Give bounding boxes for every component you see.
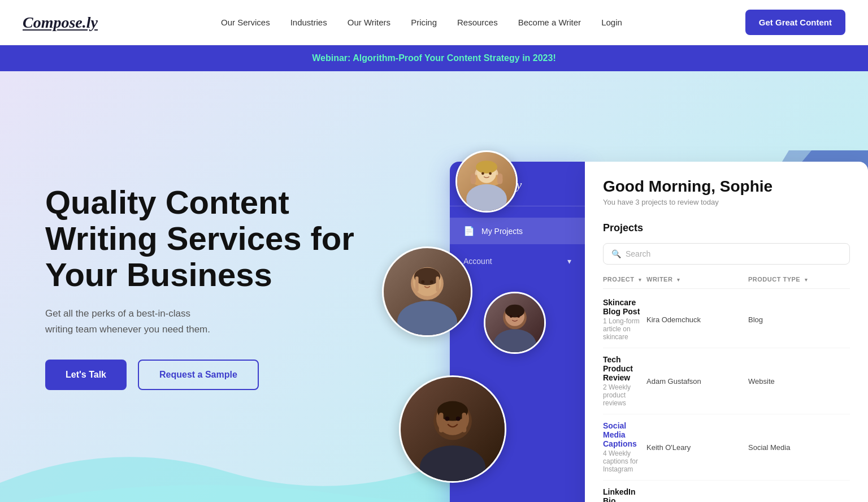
project-name: Skincare Blog Post [603, 298, 646, 316]
sort-icon-writer[interactable]: ▾ [677, 277, 680, 283]
hero-heading: Quality Content Writing Services for You… [45, 184, 362, 292]
nav-link-login[interactable]: Login [601, 18, 622, 27]
sidebar-label-my-projects: My Projects [481, 227, 523, 236]
search-icon: 🔍 [611, 249, 621, 258]
project-name: Social Media Captions [603, 421, 646, 448]
svg-point-27 [420, 445, 485, 483]
svg-point-24 [505, 305, 524, 318]
table-body: Skincare Blog Post 1 Long-form article o… [603, 291, 850, 502]
svg-point-12 [489, 172, 492, 175]
project-name: LinkedIn Bio [603, 487, 646, 502]
nav-link-industries[interactable]: Industries [290, 18, 327, 27]
navbar: Compose.ly Our Services Industries Our W… [0, 0, 868, 45]
col-header-product-type: PRODUCT TYPE ▾ [748, 276, 850, 283]
banner-text: Webinar: Algorithm-Proof Your Content St… [312, 53, 555, 63]
announcement-banner[interactable]: Webinar: Algorithm-Proof Your Content St… [0, 45, 868, 71]
avatar-top-right [455, 150, 518, 213]
projects-title: Projects [603, 222, 850, 234]
document-icon: 📄 [463, 226, 475, 236]
svg-point-10 [476, 161, 497, 174]
logo[interactable]: Compose.ly [23, 14, 98, 32]
table-row[interactable]: Social Media Captions 4 Weekly captions … [603, 414, 850, 481]
product-type: Website [748, 377, 850, 386]
svg-point-17 [421, 280, 424, 284]
svg-point-13 [397, 301, 457, 337]
project-cell: LinkedIn Bio Professional summary for a … [603, 487, 646, 502]
greeting-text: Good Morning, Sophie You have 3 projects… [603, 178, 772, 206]
table-row[interactable]: Tech Product Review 2 Weekly product rev… [603, 348, 850, 414]
avatar-mid-right [484, 292, 546, 354]
svg-rect-6 [471, 174, 476, 184]
nav-link-our-services[interactable]: Our Services [221, 18, 270, 27]
avatar-bottom-center [399, 375, 506, 483]
nav-link-resources[interactable]: Resources [457, 18, 498, 27]
get-great-content-button[interactable]: Get Great Content [745, 10, 845, 35]
svg-point-31 [445, 417, 449, 421]
svg-rect-34 [462, 413, 466, 432]
hero-left-content: Quality Content Writing Services for You… [45, 184, 362, 390]
svg-rect-7 [497, 174, 502, 184]
project-desc: 2 Weekly product reviews [603, 383, 646, 407]
writer-name: Kira Odemchuck [646, 315, 748, 324]
chevron-down-icon: ▾ [567, 257, 571, 266]
search-placeholder: Search [626, 249, 650, 258]
request-sample-button[interactable]: Request a Sample [138, 360, 259, 390]
svg-rect-19 [415, 276, 419, 292]
svg-point-32 [456, 417, 461, 421]
dashboard-main: Good Morning, Sophie You have 3 projects… [585, 162, 868, 502]
avatar-mid-left [382, 246, 472, 337]
col-header-project: PROJECT ▾ [603, 276, 646, 283]
svg-point-11 [481, 172, 484, 175]
product-type: Blog [748, 315, 850, 324]
sidebar-label-account: Account [463, 257, 492, 266]
lets-talk-button[interactable]: Let's Talk [45, 360, 127, 390]
greeting-section: Good Morning, Sophie You have 3 projects… [603, 178, 850, 206]
greeting-subtitle: You have 3 projects to review today [603, 198, 772, 206]
table-row[interactable]: Skincare Blog Post 1 Long-form article o… [603, 291, 850, 348]
svg-point-25 [510, 315, 513, 318]
sort-icon-project[interactable]: ▾ [639, 277, 642, 283]
nav-link-pricing[interactable]: Pricing [411, 18, 437, 27]
project-cell: Tech Product Review 2 Weekly product rev… [603, 355, 646, 407]
sidebar-item-my-projects[interactable]: 📄 My Projects [450, 218, 585, 244]
projects-section: Projects 🔍 Search PROJECT ▾ WRITER ▾ [603, 222, 850, 502]
sort-icon-product-type[interactable]: ▾ [805, 277, 808, 283]
project-cell: Social Media Captions 4 Weekly captions … [603, 421, 646, 473]
writer-name: Adam Gustafson [646, 377, 748, 386]
writer-name: Keith O'Leary [646, 443, 748, 452]
hero-subtext: Get all the perks of a best-in-classwrit… [45, 306, 362, 336]
greeting-title: Good Morning, Sophie [603, 178, 772, 196]
table-row[interactable]: LinkedIn Bio Professional summary for a … [603, 481, 850, 502]
col-header-writer: WRITER ▾ [646, 276, 748, 283]
search-box[interactable]: 🔍 Search [603, 243, 850, 265]
svg-rect-20 [436, 276, 439, 292]
svg-rect-33 [439, 413, 444, 432]
project-desc: 4 Weekly captions for Instagram [603, 449, 646, 473]
nav-link-our-writers[interactable]: Our Writers [348, 18, 390, 27]
svg-point-18 [430, 280, 433, 284]
nav-link-become-writer[interactable]: Become a Writer [518, 18, 581, 27]
product-type: Social Media [748, 443, 850, 452]
hero-buttons: Let's Talk Request a Sample [45, 360, 362, 390]
table-header: PROJECT ▾ WRITER ▾ PRODUCT TYPE ▾ [603, 276, 850, 289]
svg-point-26 [517, 315, 520, 318]
nav-links: Our Services Industries Our Writers Pric… [221, 18, 622, 27]
project-desc: 1 Long-form article on skincare [603, 317, 646, 341]
sidebar-item-account[interactable]: Account ▾ [450, 249, 585, 274]
svg-point-8 [466, 184, 507, 213]
hero-section: Quality Content Writing Services for You… [0, 71, 868, 502]
project-cell: Skincare Blog Post 1 Long-form article o… [603, 298, 646, 341]
project-name: Tech Product Review [603, 355, 646, 382]
